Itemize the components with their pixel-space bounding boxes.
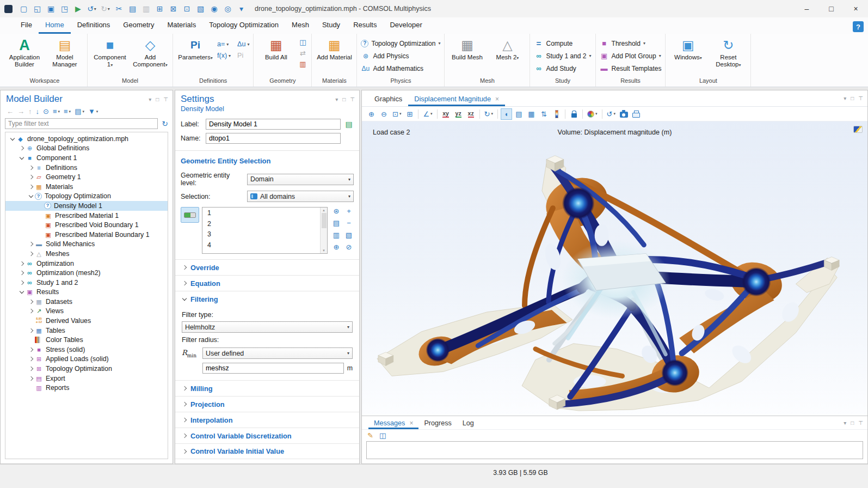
float-panel-icon[interactable]: □	[851, 95, 854, 101]
ribbon-button-component-1[interactable]: ■Component 1▾	[91, 35, 128, 69]
find-icon[interactable]: ◉	[208, 4, 220, 13]
tree-expander-icon[interactable]	[27, 298, 35, 306]
entity-level-select[interactable]: Domain ▾	[247, 174, 354, 185]
tree-item-applied-loads-solid[interactable]: ⊞Applied Loads (solid)	[5, 355, 168, 364]
ribbon-button-add-component[interactable]: ◇Add Component▾	[132, 35, 169, 69]
section-interpolation[interactable]: Interpolation	[175, 412, 359, 428]
filter-radius-mode-select[interactable]: User defined ▾	[202, 347, 353, 359]
ribbon-button-add-plot-group[interactable]: ▣Add Plot Group▾	[600, 51, 662, 61]
menu-tab-study[interactable]: Study	[316, 17, 347, 34]
pin-panel-icon[interactable]: ⊤	[350, 96, 355, 102]
color-theme-button[interactable]: ▾	[586, 108, 599, 120]
tree-expander-icon[interactable]	[18, 260, 26, 267]
open-file-icon[interactable]: ◱	[32, 4, 43, 13]
menu-tab-file[interactable]: File	[14, 17, 39, 34]
transparency-button[interactable]: ◖	[501, 108, 512, 120]
label-input[interactable]	[206, 119, 341, 130]
pin-panel-icon[interactable]: ⊤	[858, 420, 863, 426]
tree-expander-icon[interactable]	[27, 183, 35, 191]
close-icon[interactable]: ×	[409, 419, 413, 427]
tab-graphics[interactable]: Graphics	[368, 90, 408, 106]
ribbon-button-u[interactable]: Δu▾	[237, 39, 249, 49]
tab-progress[interactable]: Progress	[418, 416, 457, 429]
menu-tab-results[interactable]: Results	[347, 17, 383, 34]
expand-all-icon[interactable]: ≡▾	[51, 107, 61, 115]
select-box-icon[interactable]: ⊡	[181, 4, 193, 13]
zoom-box-button[interactable]: ⊡▾	[391, 108, 403, 120]
domain-list-item[interactable]: 3	[207, 229, 320, 240]
tree-item-derived-values[interactable]: Derived Values	[5, 316, 168, 326]
name-input[interactable]	[206, 133, 341, 144]
toolbar-options-icon[interactable]: ▾	[236, 4, 247, 13]
plot-thumbnail-icon[interactable]	[853, 126, 863, 133]
ribbon-button-build-mesh[interactable]: ▦Build Mesh	[448, 35, 485, 61]
rename-label-icon[interactable]: ▤	[344, 120, 354, 129]
copy-selection-icon[interactable]: ▤	[331, 219, 341, 227]
tree-item-results[interactable]: ▣Results	[5, 288, 168, 297]
tree-item-geometry-1[interactable]: ▱Geometry 1	[5, 172, 168, 182]
view-yz-button[interactable]: yz	[453, 108, 464, 120]
ribbon-button-reset-desktop[interactable]: ↻Reset Desktop▾	[710, 35, 747, 69]
lock-view-button[interactable]	[568, 108, 580, 120]
open-in-window-icon[interactable]: ◫	[379, 431, 386, 440]
tree-item-meshes[interactable]: △Meshes	[5, 249, 168, 259]
section-projection[interactable]: Projection	[175, 396, 359, 412]
virtual-operations-icon[interactable]: ▥	[298, 60, 307, 68]
center-selection-icon[interactable]: ⊕	[331, 243, 341, 251]
copy-icon[interactable]: ▤	[127, 4, 138, 13]
collapse-panel-icon[interactable]: ▾	[335, 96, 338, 102]
ribbon-button-threshold[interactable]: ■Threshold▾	[600, 38, 662, 48]
pin-panel-icon[interactable]: ⊤	[858, 95, 863, 101]
save-icon[interactable]: ▣	[45, 4, 57, 13]
tree-item-tables[interactable]: ▦Tables	[5, 326, 168, 335]
domain-list-item[interactable]: 1	[207, 208, 320, 219]
tree-expander-icon[interactable]	[9, 135, 16, 143]
ribbon-button-model-manager[interactable]: ▤Model Manager	[46, 35, 83, 68]
ribbon-button-pi[interactable]: Pi	[237, 51, 249, 60]
tree-item-materials[interactable]: ▦Materials	[5, 182, 168, 192]
active-selection-toggle[interactable]	[181, 207, 199, 223]
domain-list[interactable]: 1234 ▲ ▼	[202, 207, 328, 254]
print-button[interactable]	[631, 108, 642, 120]
collapse-panel-icon[interactable]: ▾	[844, 420, 846, 426]
close-icon[interactable]: ×	[495, 95, 499, 103]
float-panel-icon[interactable]: □	[156, 96, 159, 102]
minimize-button[interactable]: –	[795, 0, 819, 17]
ribbon-button-build-all[interactable]: ▦Build All	[257, 35, 294, 61]
filter-refresh-icon[interactable]: ↻	[162, 119, 168, 128]
ribbon-button-result-templates[interactable]: ▬Result Templates	[600, 63, 662, 74]
tree-expander-icon[interactable]	[27, 365, 35, 373]
menu-tab-developer[interactable]: Developer	[383, 17, 428, 34]
show-axes-button[interactable]: ⇅	[538, 108, 550, 120]
move-up-icon[interactable]: ↑	[27, 107, 34, 115]
show-icon[interactable]: ⊙	[41, 107, 51, 115]
menu-tab-geometry[interactable]: Geometry	[116, 17, 161, 34]
domain-list-scrollbar[interactable]: ▲ ▼	[320, 208, 327, 253]
selection-select[interactable]: All domains ▾	[247, 191, 354, 202]
tree-expander-icon[interactable]	[27, 173, 35, 181]
ribbon-button-mesh-2[interactable]: △Mesh 2▾	[489, 35, 526, 62]
tree-item-study-1-and-2[interactable]: ∞Study 1 and 2	[5, 278, 168, 288]
tree-expander-icon[interactable]	[27, 250, 35, 258]
tree-item-stress-solid[interactable]: ■Stress (solid)	[5, 345, 168, 355]
tree-item-prescribed-material-boundary-1[interactable]: ▣Prescribed Material Boundary 1	[5, 230, 168, 240]
tab-displacement-magnitude[interactable]: Displacement Magnitude×	[408, 90, 505, 106]
section-override[interactable]: Override	[175, 259, 359, 275]
tree-expander-icon[interactable]	[27, 240, 35, 248]
tree-expander-icon[interactable]	[18, 154, 26, 162]
tree-item-optimization-mesh2[interactable]: ∞Optimization (mesh2)	[5, 268, 168, 278]
section-control-variable-discretization[interactable]: Control Variable Discretization	[175, 428, 359, 443]
domain-list-item[interactable]: 4	[207, 240, 320, 251]
tab-messages[interactable]: Messages×	[368, 416, 418, 429]
scene-light-button[interactable]: ▤	[513, 108, 525, 120]
section-milling[interactable]: Milling	[175, 380, 359, 396]
ribbon-button-parameters[interactable]: PiParameters▾	[177, 35, 214, 62]
tree-item-prescribed-void-boundary-1[interactable]: ▣Prescribed Void Boundary 1	[5, 220, 168, 230]
tree-item-topology-optimization[interactable]: ?Topology Optimization	[5, 192, 168, 202]
view-xy-button[interactable]: xy	[440, 108, 452, 120]
tree-expander-icon[interactable]	[27, 355, 35, 363]
tree-expander-icon[interactable]	[18, 288, 26, 296]
collapse-panel-icon[interactable]: ▾	[844, 95, 846, 101]
collapse-all-icon[interactable]: ≡▾	[62, 107, 72, 115]
view-xz-button[interactable]: xz	[465, 108, 477, 120]
